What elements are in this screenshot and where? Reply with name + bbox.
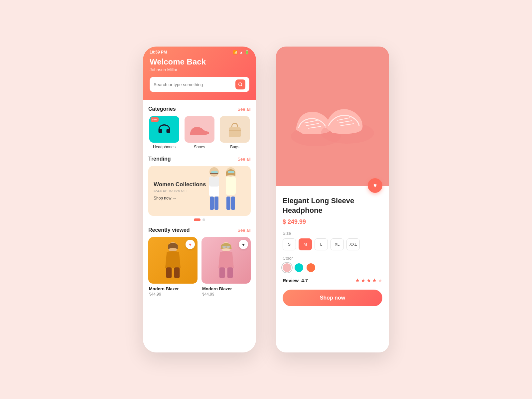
categories-grid: 30% Headphones Shoes <box>148 116 251 149</box>
svg-rect-6 <box>210 197 214 210</box>
product-hero: ♥ <box>276 47 389 186</box>
search-bar[interactable] <box>150 77 249 92</box>
heart-btn-1[interactable]: ♥ <box>186 240 195 249</box>
svg-rect-21 <box>226 246 230 248</box>
dot-2[interactable] <box>202 218 205 221</box>
star-3: ★ <box>366 277 371 284</box>
svg-rect-9 <box>226 177 236 195</box>
models-illustration <box>196 166 249 216</box>
star-5: ★ <box>378 277 382 284</box>
recent-img-2: ♥ <box>201 237 251 284</box>
recently-title: Recently viewed <box>148 227 190 233</box>
shop-now-button[interactable]: Shop now <box>283 290 382 306</box>
trending-title: Trending <box>148 156 171 162</box>
size-m[interactable]: M <box>299 238 312 250</box>
category-bags[interactable]: Bags <box>219 116 251 149</box>
svg-rect-20 <box>222 246 226 248</box>
shoes-label: Shoes <box>194 145 205 149</box>
headphones-icon <box>156 121 173 138</box>
svg-rect-1 <box>229 127 241 137</box>
color-teal[interactable] <box>295 263 303 272</box>
recent-card-1[interactable]: ♥ Modern Blazer $44.99 <box>148 237 198 297</box>
recently-grid: ♥ Modern Blazer $44.99 <box>148 237 251 297</box>
phone-header: 10:59 PM 📶 ▲ 🔋 Welcome Back Johnson Mill… <box>143 47 256 100</box>
svg-point-0 <box>239 83 242 86</box>
svg-rect-7 <box>214 197 218 210</box>
model-pink-icon <box>213 240 239 280</box>
product-info: Elegant Long Sleeve Headphone $ 249.99 S… <box>276 186 389 352</box>
product-price: $ 249.99 <box>283 218 382 225</box>
svg-rect-10 <box>226 197 230 210</box>
trending-banner: Women Collections SALE UP TO 50% OFF Sho… <box>148 166 251 216</box>
status-icons: 📶 ▲ 🔋 <box>233 50 249 55</box>
svg-rect-16 <box>174 267 180 278</box>
size-options: S M L XL XXL <box>283 238 382 250</box>
review-score: 4.7 <box>301 278 308 283</box>
signal-icon: ▲ <box>239 50 243 54</box>
size-l[interactable]: L <box>315 238 328 250</box>
product-name: Elegant Long Sleeve Headphone <box>283 196 382 215</box>
size-s[interactable]: S <box>283 238 296 250</box>
star-2: ★ <box>361 277 365 284</box>
bags-label: Bags <box>230 145 239 149</box>
phone-right: ♥ Elegant Long Sleeve Headphone $ 249.99… <box>276 47 389 352</box>
phone-left: 10:59 PM 📶 ▲ 🔋 Welcome Back Johnson Mill… <box>143 47 256 352</box>
size-xxl[interactable]: XXL <box>346 238 360 250</box>
wifi-icon: 📶 <box>233 50 238 55</box>
heart-btn-2[interactable]: ♥ <box>239 240 248 249</box>
recently-header: Recently viewed See all <box>148 227 251 233</box>
phone-body: Categories See all 30% Headphones <box>143 100 256 352</box>
status-time: 10:59 PM <box>150 50 167 55</box>
svg-rect-11 <box>231 197 235 210</box>
categories-title: Categories <box>148 106 176 112</box>
recently-see-all[interactable]: See all <box>237 228 251 233</box>
trending-see-all[interactable]: See all <box>237 157 251 162</box>
welcome-user: Johnson Millar <box>150 67 249 72</box>
svg-rect-5 <box>209 177 219 187</box>
headphones-label: Headphones <box>153 145 176 149</box>
recent-info-2: Modern Blazer $44.99 <box>201 284 251 297</box>
recent-price-1: $44.99 <box>149 292 197 297</box>
battery-icon: 🔋 <box>245 50 249 55</box>
search-icon <box>238 82 243 87</box>
star-1: ★ <box>355 277 360 284</box>
recent-name-2: Modern Blazer <box>202 286 250 291</box>
stars: ★ ★ ★ ★ ★ <box>355 277 382 284</box>
banner-models <box>195 166 251 216</box>
category-bags-img <box>220 116 250 143</box>
review-label: Review <box>283 278 299 283</box>
bags-icon <box>225 119 245 139</box>
category-headphones-img: 30% <box>149 116 179 143</box>
recent-img-1: ♥ <box>148 237 198 284</box>
categories-header: Categories See all <box>148 106 251 112</box>
size-label: Size <box>283 231 382 236</box>
svg-rect-12 <box>211 171 218 173</box>
color-label: Color <box>283 256 382 261</box>
color-pink[interactable] <box>283 263 291 272</box>
categories-see-all[interactable]: See all <box>237 107 251 112</box>
size-xl[interactable]: XL <box>331 238 344 250</box>
trending-header: Trending See all <box>148 156 251 162</box>
color-options <box>283 263 382 272</box>
status-bar: 10:59 PM 📶 ▲ 🔋 <box>150 47 249 57</box>
category-headphones[interactable]: 30% Headphones <box>148 116 180 149</box>
recent-card-2[interactable]: ♥ Modern Blazer $44.99 <box>201 237 251 297</box>
favorite-button[interactable]: ♥ <box>368 178 382 193</box>
dot-1[interactable] <box>194 218 200 221</box>
category-shoes-img <box>185 116 214 143</box>
search-input[interactable] <box>154 82 233 87</box>
shoes-icon <box>188 119 211 139</box>
search-button[interactable] <box>235 79 245 89</box>
color-orange[interactable] <box>307 263 315 272</box>
review-row: Review 4.7 ★ ★ ★ ★ ★ <box>283 277 382 284</box>
recent-name-1: Modern Blazer <box>149 286 197 291</box>
category-shoes[interactable]: Shoes <box>184 116 215 149</box>
welcome-title: Welcome Back <box>150 57 249 66</box>
svg-rect-18 <box>219 267 225 278</box>
recent-price-2: $44.99 <box>202 292 250 297</box>
recent-info-1: Modern Blazer $44.99 <box>148 284 198 297</box>
headphones-badge: 30% <box>151 117 159 122</box>
shoe-product-image <box>286 70 379 163</box>
svg-rect-19 <box>227 267 233 278</box>
star-4: ★ <box>372 277 377 284</box>
